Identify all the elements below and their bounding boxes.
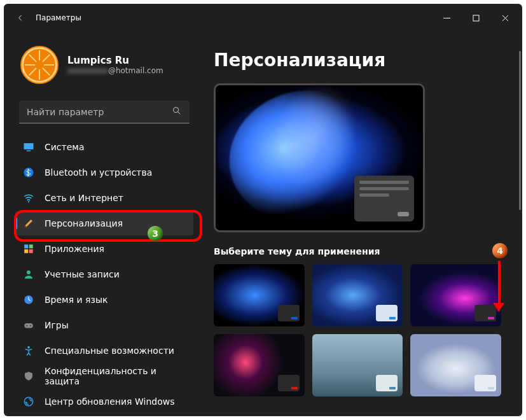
theme-option[interactable] [410, 264, 501, 326]
sidebar: Lumpics Ru xxxxxxxxx@hotmail.com Найти п… [4, 32, 200, 416]
theme-option[interactable] [312, 264, 403, 326]
svg-rect-0 [473, 15, 479, 21]
svg-rect-6 [24, 244, 28, 248]
svg-point-15 [27, 346, 30, 349]
gamepad-icon [23, 319, 34, 331]
annotation-badge-3: 3 [148, 226, 163, 241]
clock-globe-icon [23, 294, 34, 305]
annotation-badge-4: 4 [492, 243, 508, 258]
scrollbar[interactable] [519, 51, 521, 210]
theme-grid [214, 264, 501, 396]
nav-item-privacy[interactable]: Конфиденциальность и защита [15, 364, 193, 388]
nav-item-windows-update[interactable]: Центр обновления Windows [15, 389, 193, 414]
search-icon [172, 106, 182, 118]
shield-icon [23, 370, 34, 382]
nav-item-gaming[interactable]: Игры [15, 313, 193, 337]
nav-item-accessibility[interactable]: Специальные возможности [15, 339, 193, 363]
preview-window-card [354, 176, 414, 221]
nav-item-accounts[interactable]: Учетные записи [15, 262, 193, 286]
page-title: Персонализация [214, 50, 506, 71]
svg-point-10 [27, 270, 31, 274]
accessibility-icon [23, 345, 34, 356]
theme-option[interactable] [312, 334, 403, 396]
profile-email: xxxxxxxxx@hotmail.com [67, 66, 163, 75]
paintbrush-icon [23, 218, 34, 229]
nav-item-system[interactable]: Система [15, 135, 193, 159]
theme-option[interactable] [214, 264, 305, 326]
bluetooth-icon [23, 167, 34, 178]
main-content: Персонализация Выберите тему для примене… [200, 32, 522, 416]
profile-name: Lumpics Ru [67, 55, 163, 66]
search-input[interactable]: Найти параметр [19, 101, 190, 123]
minimize-button[interactable] [432, 4, 461, 32]
search-placeholder: Найти параметр [27, 107, 104, 117]
svg-point-5 [28, 201, 29, 202]
close-button[interactable] [490, 4, 520, 32]
annotation-arrow-down [497, 261, 501, 312]
back-button[interactable] [13, 10, 28, 25]
svg-point-13 [26, 325, 27, 326]
nav-item-apps[interactable]: Приложения [15, 237, 193, 261]
svg-rect-7 [29, 244, 33, 248]
nav-item-personalization[interactable]: Персонализация [15, 211, 193, 235]
titlebar: Параметры [4, 4, 522, 32]
update-icon [23, 396, 34, 407]
svg-rect-3 [27, 150, 31, 151]
desktop-preview[interactable] [214, 83, 425, 232]
nav-item-time-language[interactable]: Время и язык [15, 288, 193, 312]
svg-rect-8 [24, 249, 28, 253]
settings-window: Параметры [4, 4, 522, 416]
svg-point-14 [30, 325, 31, 326]
avatar [20, 46, 59, 84]
person-icon [23, 269, 34, 280]
theme-option[interactable] [214, 334, 305, 396]
nav-item-network[interactable]: Сеть и Интернет [15, 186, 193, 210]
theme-option[interactable] [410, 334, 501, 396]
theme-section-label: Выберите тему для применения [214, 246, 506, 256]
profile-block[interactable]: Lumpics Ru xxxxxxxxx@hotmail.com [15, 32, 193, 98]
nav-list: Система Bluetooth и устройства Сеть и Ин… [15, 135, 193, 414]
nav-item-bluetooth[interactable]: Bluetooth и устройства [15, 160, 193, 185]
svg-rect-2 [24, 143, 34, 150]
window-title: Параметры [36, 13, 81, 22]
monitor-icon [23, 141, 34, 153]
apps-icon [23, 243, 34, 255]
maximize-button[interactable] [461, 4, 490, 32]
svg-rect-12 [24, 323, 33, 328]
svg-point-1 [174, 108, 179, 113]
svg-rect-9 [29, 249, 33, 253]
wifi-icon [23, 192, 34, 204]
